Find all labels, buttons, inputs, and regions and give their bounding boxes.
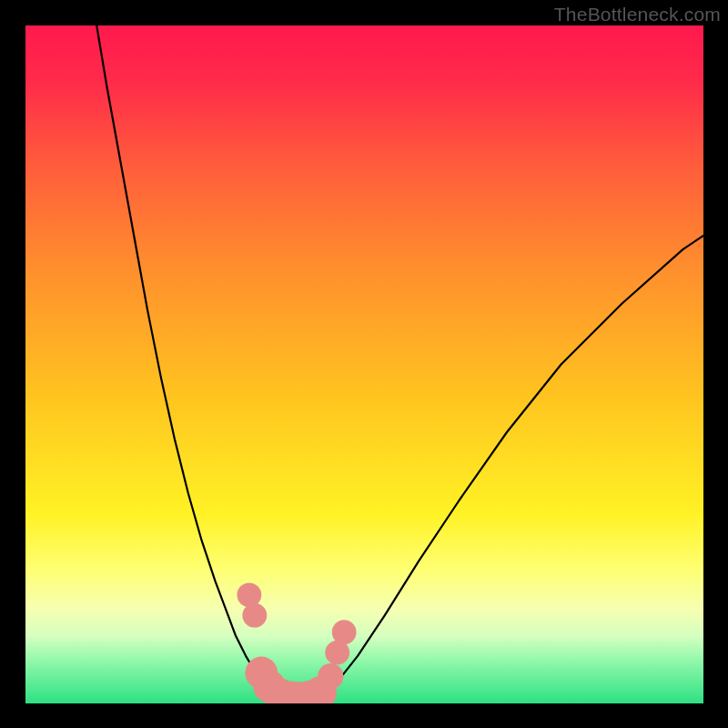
chart-frame: TheBottleneck.com xyxy=(0,0,728,728)
chart-svg xyxy=(25,25,703,703)
data-marker xyxy=(318,663,343,689)
chart-background xyxy=(25,25,703,703)
chart-plot-area xyxy=(25,25,703,703)
watermark-label: TheBottleneck.com xyxy=(554,4,721,25)
data-marker xyxy=(242,603,267,628)
data-marker xyxy=(332,620,357,644)
